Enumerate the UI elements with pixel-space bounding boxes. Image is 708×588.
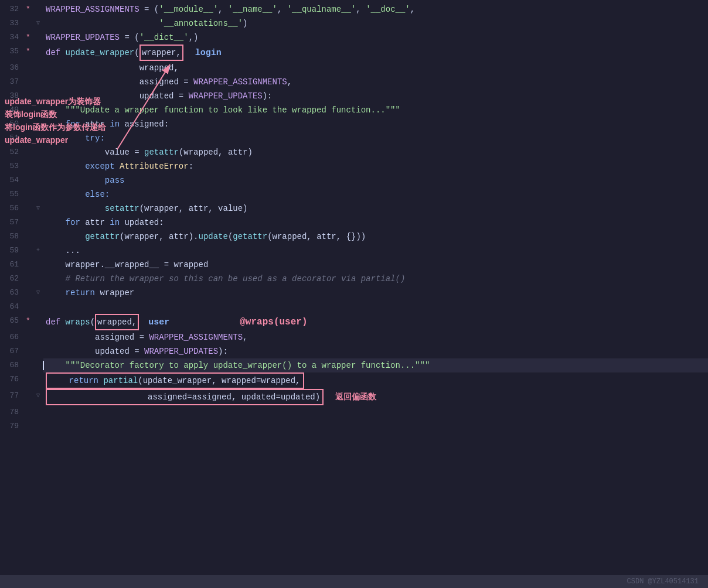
- line-content-76: return partial(update_wrapper, wrapped=w…: [43, 372, 708, 389]
- line-content-55: else:: [43, 187, 708, 201]
- line-content-65: def wraps(wrapped,user@wraps(user): [43, 314, 708, 330]
- line-content-34: WRAPPER_UPDATES = ('__dict__',): [43, 30, 708, 45]
- fold-59[interactable]: +: [33, 244, 43, 258]
- line-num-79: 79: [0, 419, 23, 433]
- line-num-37: 37: [0, 75, 23, 89]
- code-line-79: 79: [0, 419, 708, 433]
- line-num-67: 67: [0, 344, 23, 358]
- line-content-50: for attr in assigned:: [43, 117, 708, 131]
- code-line-65: 65 * def wraps(wrapped,user@wraps(user): [0, 314, 708, 330]
- line-num-57: 57: [0, 216, 23, 230]
- wrapped-highlight-box: wrapped,: [95, 314, 139, 330]
- bottom-bar: CSDN @YZL40514131: [0, 575, 708, 588]
- line-num-62: 62: [0, 272, 23, 286]
- code-line-64: 64: [0, 300, 708, 314]
- code-area: 32 * WRAPPER_ASSIGNMENTS = ('__module__'…: [0, 0, 708, 433]
- line-num-53: 53: [0, 159, 23, 173]
- code-line-32: 32 * WRAPPER_ASSIGNMENTS = ('__module__'…: [0, 2, 708, 16]
- line-num-77: 77: [0, 389, 23, 403]
- code-line-62: 62 # Return the wrapper so this can be u…: [0, 272, 708, 286]
- code-line-63: 63 ▽ return wrapper: [0, 286, 708, 300]
- marker-34: *: [23, 30, 33, 45]
- line-content-51: try:: [43, 131, 708, 145]
- marker-35: *: [23, 45, 33, 59]
- line-content-38: updated = WRAPPER_UPDATES):: [43, 89, 708, 103]
- line-num-58: 58: [0, 230, 23, 244]
- line-num-55: 55: [0, 187, 23, 201]
- code-line-55: 55 else:: [0, 187, 708, 201]
- code-line-77: 77 ▽ assigned=assigned, updated=updated)…: [0, 389, 708, 405]
- fold-33: ▽: [33, 16, 43, 30]
- line-num-61: 61: [0, 258, 23, 272]
- marker-65: *: [23, 314, 33, 328]
- line-content-32: WRAPPER_ASSIGNMENTS = ('__module__', '__…: [43, 2, 708, 16]
- line-content-63: return wrapper: [43, 286, 708, 300]
- wrapper-highlight-box: wrapper,: [139, 45, 183, 61]
- return-partial-box: return partial(update_wrapper, wrapped=w…: [46, 372, 304, 389]
- code-line-52: 52 value = getattr(wrapped, attr): [0, 145, 708, 159]
- fold-56: ▽: [33, 201, 43, 216]
- line-content-68: """Decorator factory to apply update_wra…: [43, 358, 708, 372]
- fold-63: ▽: [33, 286, 43, 300]
- line-num-66: 66: [0, 330, 23, 344]
- line-content-35: def update_wrapper(wrapper,login: [43, 45, 708, 61]
- line-content-59: ...: [43, 244, 708, 258]
- code-line-33: 33 ▽ '__annotations__'): [0, 16, 708, 30]
- line-num-34: 34: [0, 30, 23, 45]
- bottom-bar-text: CSDN @YZL40514131: [627, 577, 699, 586]
- line-content-56: setattr(wrapper, attr, value): [43, 201, 708, 216]
- line-content-57: for attr in updated:: [43, 216, 708, 230]
- text-cursor: [43, 361, 44, 370]
- line-num-32: 32: [0, 2, 23, 16]
- fold-77: ▽: [33, 389, 43, 403]
- code-line-59: 59 + ...: [0, 244, 708, 258]
- code-line-35: 35 * def update_wrapper(wrapper,login: [0, 45, 708, 61]
- code-line-53: 53 except AttributeError:: [0, 159, 708, 173]
- line-content-52: value = getattr(wrapped, attr): [43, 145, 708, 159]
- line-num-76: 76: [0, 372, 23, 387]
- code-line-58: 58 getattr(wrapper, attr).update(getattr…: [0, 230, 708, 244]
- line-num-78: 78: [0, 405, 23, 419]
- line-content-61: wrapper.__wrapped__ = wrapped: [43, 258, 708, 272]
- editor-container: 32 * WRAPPER_ASSIGNMENTS = ('__module__'…: [0, 0, 708, 588]
- line-num-65: 65: [0, 314, 23, 328]
- code-line-56: 56 ▽ setattr(wrapper, attr, value): [0, 201, 708, 216]
- line-content-36: wrapped,: [43, 61, 708, 75]
- code-line-68: 68 """Decorator factory to apply update_…: [0, 358, 708, 372]
- line-content-49: """Update a wrapper function to look lik…: [43, 103, 708, 117]
- line-num-36: 36: [0, 61, 23, 75]
- code-line-57: 57 for attr in updated:: [0, 216, 708, 230]
- line-num-52: 52: [0, 145, 23, 159]
- left-annotation: update_wrapper为装饰器装饰login函数将login函数作为参数传…: [5, 95, 106, 146]
- line-num-56: 56: [0, 201, 23, 216]
- return-annotation: 返回偏函数: [335, 392, 376, 401]
- code-line-34: 34 * WRAPPER_UPDATES = ('__dict__',): [0, 30, 708, 45]
- line-num-63: 63: [0, 286, 23, 300]
- line-content-54: pass: [43, 173, 708, 187]
- code-line-37: 37 assigned = WRAPPER_ASSIGNMENTS,: [0, 75, 708, 89]
- code-line-66: 66 assigned = WRAPPER_ASSIGNMENTS,: [0, 330, 708, 344]
- line-num-68: 68: [0, 358, 23, 372]
- line-content-67: updated = WRAPPER_UPDATES):: [43, 344, 708, 358]
- line-num-59: 59: [0, 244, 23, 258]
- code-line-61: 61 wrapper.__wrapped__ = wrapped: [0, 258, 708, 272]
- line-content-37: assigned = WRAPPER_ASSIGNMENTS,: [43, 75, 708, 89]
- marker-32: *: [23, 2, 33, 16]
- line-num-64: 64: [0, 300, 23, 314]
- line-num-54: 54: [0, 173, 23, 187]
- line-num-35: 35: [0, 45, 23, 59]
- line-content-77: assigned=assigned, updated=updated)返回偏函数: [43, 389, 708, 405]
- line-num-33: 33: [0, 16, 23, 30]
- line-content-33: '__annotations__'): [43, 16, 708, 30]
- return-partial-box2: assigned=assigned, updated=updated): [46, 389, 324, 405]
- code-line-67: 67 updated = WRAPPER_UPDATES):: [0, 344, 708, 358]
- code-line-76: 76 return partial(update_wrapper, wrappe…: [0, 372, 708, 389]
- line-content-53: except AttributeError:: [43, 159, 708, 173]
- line-content-66: assigned = WRAPPER_ASSIGNMENTS,: [43, 330, 708, 344]
- line-content-62: # Return the wrapper so this can be used…: [43, 272, 708, 286]
- code-line-54: 54 pass: [0, 173, 708, 187]
- code-line-78: 78: [0, 405, 708, 419]
- code-line-36: 36 wrapped,: [0, 61, 708, 75]
- line-content-58: getattr(wrapper, attr).update(getattr(wr…: [43, 230, 708, 244]
